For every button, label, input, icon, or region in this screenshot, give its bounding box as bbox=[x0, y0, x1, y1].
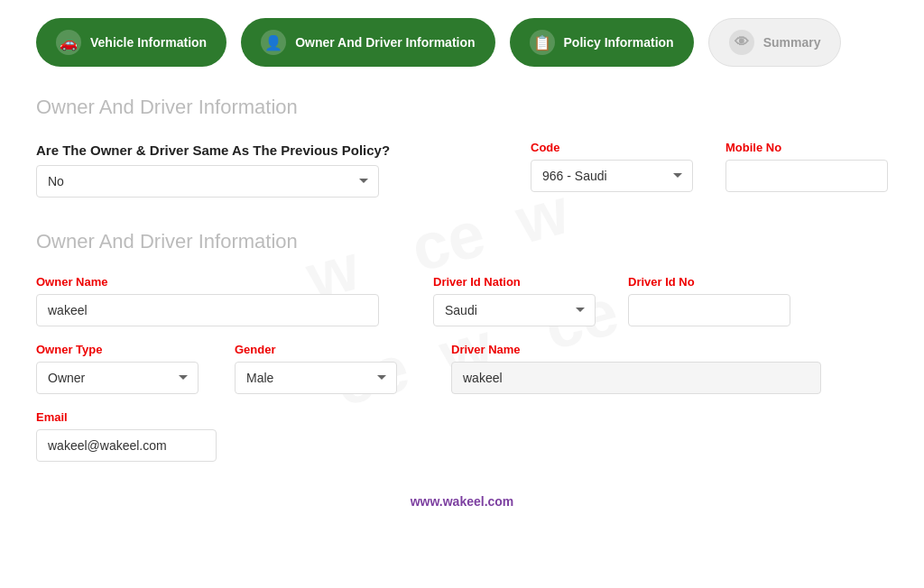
same-as-previous-question: Are The Owner & Driver Same As The Previ… bbox=[36, 141, 397, 160]
vehicle-icon: 🚗 bbox=[56, 30, 81, 55]
step-policy-label: Policy Information bbox=[564, 35, 674, 50]
steps-bar: 🚗 Vehicle Information 👤 Owner And Driver… bbox=[36, 18, 888, 67]
code-select[interactable]: 966 - Saudi 971 - UAE 965 - Kuwait bbox=[531, 160, 693, 192]
driver-id-no-label: Driver Id No bbox=[628, 275, 790, 289]
owner-name-input[interactable] bbox=[36, 294, 379, 326]
email-input[interactable] bbox=[36, 429, 217, 462]
same-as-previous-select[interactable]: Yes No bbox=[36, 165, 379, 198]
code-label: Code bbox=[531, 141, 693, 154]
summary-icon: 👁 bbox=[729, 30, 754, 55]
footer-link[interactable]: www.wakeel.com bbox=[411, 494, 514, 509]
driver-id-nation-label: Driver Id Nation bbox=[433, 275, 596, 289]
driver-id-nation-select[interactable]: Saudi Non-Saudi bbox=[433, 294, 596, 326]
section2-title: Owner And Driver Information bbox=[36, 230, 888, 253]
gender-label: Gender bbox=[235, 343, 397, 356]
step-summary-label: Summary bbox=[763, 35, 821, 50]
step-summary[interactable]: 👁 Summary bbox=[708, 18, 842, 67]
owner-type-label: Owner Type bbox=[36, 343, 199, 356]
driver-id-no-input[interactable] bbox=[628, 294, 790, 326]
mobile-label: Mobile No bbox=[725, 141, 888, 154]
step-vehicle-label: Vehicle Information bbox=[90, 35, 207, 50]
owner-type-select[interactable]: Owner Lessee bbox=[36, 362, 199, 394]
owner-name-label: Owner Name bbox=[36, 275, 379, 289]
policy-icon: 📋 bbox=[530, 30, 555, 55]
footer-link-container: www.wakeel.com bbox=[36, 494, 888, 509]
step-policy[interactable]: 📋 Policy Information bbox=[510, 18, 694, 67]
step-vehicle[interactable]: 🚗 Vehicle Information bbox=[36, 18, 226, 67]
email-label: Email bbox=[36, 410, 217, 424]
driver-name-label: Driver Name bbox=[451, 343, 821, 356]
gender-select[interactable]: Male Female bbox=[235, 362, 397, 394]
mobile-input[interactable] bbox=[725, 160, 888, 192]
step-owner-driver-label: Owner And Driver Information bbox=[295, 35, 475, 50]
owner-driver-icon: 👤 bbox=[261, 30, 286, 55]
step-owner-driver[interactable]: 👤 Owner And Driver Information bbox=[241, 18, 494, 67]
driver-name-input[interactable] bbox=[451, 362, 821, 394]
section1-title: Owner And Driver Information bbox=[36, 96, 888, 119]
